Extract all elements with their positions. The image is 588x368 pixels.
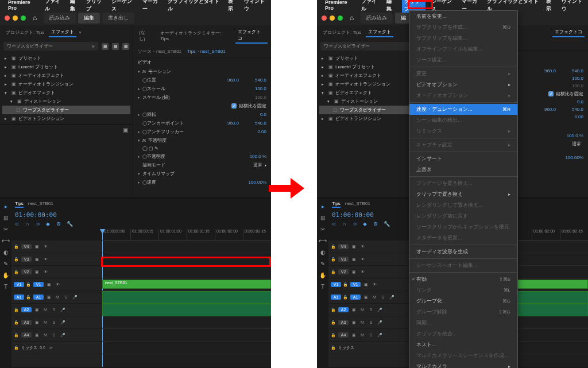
panel-menu-icon[interactable]: » xyxy=(79,30,81,35)
magnet-icon[interactable]: ∩ xyxy=(342,221,349,228)
ripple-tool-icon[interactable]: ✂ xyxy=(2,225,10,233)
track-mix[interactable]: 🔒ミックス xyxy=(328,342,419,354)
tree-lumetri[interactable]: ▸▣Lumetri プリセット xyxy=(2,63,130,71)
tab-import[interactable]: 読み込み xyxy=(361,13,393,24)
tab-effects[interactable]: エフェクト xyxy=(366,28,393,37)
menu-window[interactable]: ウィンドウ xyxy=(562,0,586,13)
menu-view[interactable]: 表示 xyxy=(546,0,556,13)
timeline-tracks[interactable]: nest_STB01 xyxy=(102,241,271,367)
marker-icon[interactable]: ◆ xyxy=(363,221,370,228)
pen-tool-icon[interactable]: ✎ xyxy=(319,259,327,268)
menu-gen-audio-wave[interactable]: オーディオ波形を生成 xyxy=(409,246,517,257)
settings-icon[interactable]: ⚙ xyxy=(373,221,380,228)
snap-icon[interactable]: ⊂ xyxy=(332,221,339,228)
close-icon[interactable] xyxy=(5,16,10,21)
stopwatch-icon[interactable] xyxy=(142,180,147,185)
link-icon[interactable]: ⊃ xyxy=(36,221,42,228)
stopwatch-icon[interactable] xyxy=(142,87,147,91)
menu-clip[interactable]: クリップ xyxy=(86,0,106,13)
app-name[interactable]: Premiere Pro xyxy=(325,0,355,11)
tab-project[interactable]: プロジェクト: Tips xyxy=(3,28,47,37)
tab-import[interactable]: 読み込み xyxy=(44,13,76,24)
uniform-scale-checkbox[interactable]: ✓ xyxy=(231,103,237,109)
magnet-icon[interactable]: ∩ xyxy=(25,221,32,228)
seq-tab-tips[interactable]: Tips xyxy=(332,201,341,208)
position-x[interactable]: 960.0 xyxy=(216,78,239,83)
video-clip[interactable]: nest_STB01 xyxy=(102,280,271,289)
menu-rename[interactable]: 名前を変更... xyxy=(409,11,517,22)
tab-none[interactable]: (なし) xyxy=(137,28,153,43)
tree-presets[interactable]: ▸▣プリセット xyxy=(2,54,130,63)
menu-group[interactable]: グループ化⌘G xyxy=(409,296,517,307)
settings-icon[interactable]: ⚙ xyxy=(56,221,63,228)
tab-effect-controls[interactable]: エフェクトコ xyxy=(235,28,268,44)
audio-clip[interactable] xyxy=(102,291,271,304)
filter-icon-2[interactable]: ▦ xyxy=(112,43,119,50)
track-a3[interactable]: 🔒A3▣MS🎤 xyxy=(11,316,102,329)
tab-export[interactable]: 書き出し xyxy=(102,13,134,24)
track-a4[interactable]: 🔒A4▣MS🎤 xyxy=(328,329,419,342)
seq-tab-nest[interactable]: nest_STB01 xyxy=(28,201,53,208)
wrench-icon[interactable]: 🔧 xyxy=(67,221,74,228)
track-v1[interactable]: V1🔒V1▣👁 xyxy=(328,278,419,291)
razor-tool-icon[interactable]: ⟷ xyxy=(319,237,327,245)
track-v4[interactable]: 🔒V4▣👁 xyxy=(11,241,102,253)
track-a2[interactable]: 🔒A2▣MS🎤 xyxy=(11,304,102,316)
timeline-timecode[interactable]: 01:00:00:00 xyxy=(15,211,57,219)
search-input[interactable]: ワープスタビライザー × xyxy=(3,42,98,51)
new-bin-icon[interactable]: ▣ xyxy=(123,127,128,133)
tree-video-trans[interactable]: ▸▣ビデオトランジション xyxy=(2,114,130,123)
track-v4[interactable]: 🔒V4▣👁 xyxy=(328,241,419,253)
tab-effects[interactable]: エフェクト xyxy=(49,28,76,37)
minimize-icon[interactable] xyxy=(13,16,18,21)
tab-edit[interactable]: 編集 xyxy=(78,13,100,24)
clear-search-icon[interactable]: × xyxy=(92,44,95,49)
position-y[interactable]: 540.0 xyxy=(243,78,266,83)
rotation-value[interactable]: 0.0 xyxy=(243,112,266,117)
hand-tool-icon[interactable]: ✋ xyxy=(2,271,10,279)
timeline-ruler[interactable]: 01:00:00:00 01:00:00:15 01:00:01:00 01:0… xyxy=(102,229,271,241)
stopwatch-icon[interactable] xyxy=(142,78,147,83)
seq-tab-tips[interactable]: Tips xyxy=(15,201,24,208)
tree-distortion[interactable]: ▾▣ディストーション xyxy=(2,97,130,106)
stopwatch-icon[interactable] xyxy=(142,113,147,117)
close-icon[interactable] xyxy=(322,16,327,21)
track-a3[interactable]: 🔒A3▣MS🎤 xyxy=(328,316,419,329)
selection-tool-icon[interactable]: ▸ xyxy=(319,202,327,210)
tab-mixer[interactable]: オーディオトラックミキサー: Tips xyxy=(158,29,233,42)
tab-project[interactable]: プロジェクト: Tips xyxy=(320,28,363,37)
hand-tool-icon[interactable]: ✋ xyxy=(319,271,327,279)
window-controls[interactable] xyxy=(5,16,26,21)
pen-tool-icon[interactable]: ✎ xyxy=(2,259,10,268)
menu-enable[interactable]: ✓有効⇧⌘E xyxy=(409,274,517,285)
menu-edit[interactable]: 編集 xyxy=(70,0,80,13)
menu-video-options[interactable]: ビデオオプション▸ xyxy=(409,79,517,90)
blend-mode-dropdown[interactable]: 通常 xyxy=(251,162,265,168)
track-v1[interactable]: V1🔒V1▣👁 xyxy=(11,278,102,291)
playhead[interactable] xyxy=(102,229,103,240)
snap-icon[interactable]: ⊂ xyxy=(15,221,22,228)
home-icon[interactable]: ⌂ xyxy=(33,14,37,22)
tree-audio-trans[interactable]: ▸▣オーディオトランジション xyxy=(2,80,130,88)
anchor-y[interactable]: 540.0 xyxy=(243,121,266,126)
filter-icon-1[interactable]: ▦ xyxy=(102,43,109,50)
menu-overwrite[interactable]: 上書き xyxy=(409,164,517,175)
menu-file[interactable]: ファイル xyxy=(361,0,381,13)
type-tool-icon[interactable]: T xyxy=(2,282,10,290)
maximize-icon[interactable] xyxy=(338,16,343,21)
type-tool-icon[interactable]: T xyxy=(319,282,327,290)
scale-value[interactable]: 100.0 xyxy=(243,86,266,91)
track-v2[interactable]: 🔒V2▣👁 xyxy=(328,266,419,278)
track-a4[interactable]: 🔒A4▣MS🎤 xyxy=(11,329,102,342)
menu-file[interactable]: ファイル xyxy=(45,0,65,13)
audio-clip[interactable] xyxy=(102,304,271,316)
timeline-timecode[interactable]: 01:00:00:00 xyxy=(332,211,374,219)
menu-edit[interactable]: 編集 xyxy=(386,0,396,13)
track-v3[interactable]: 🔒V3▣👁 xyxy=(328,253,419,266)
menu-speed-duration[interactable]: 速度・デュレーション...⌘R xyxy=(409,104,517,115)
menu-graphics[interactable]: グラフィックとタイトル xyxy=(168,0,222,13)
filter-icon-3[interactable]: ▦ xyxy=(122,43,129,50)
menu-multicam[interactable]: マルチカメラ▸ xyxy=(409,361,517,368)
anchor-x[interactable]: 960.0 xyxy=(216,121,239,126)
menu-sequence[interactable]: シーケンス xyxy=(111,0,136,13)
